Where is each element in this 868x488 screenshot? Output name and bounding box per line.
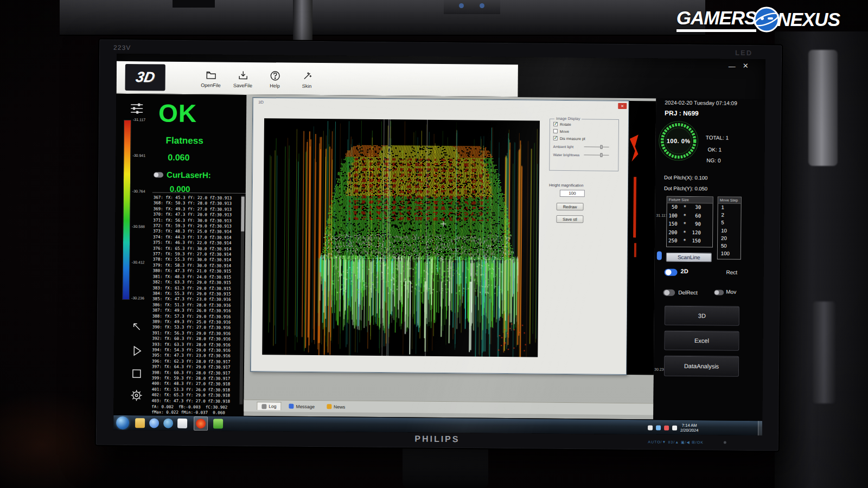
media-player-icon[interactable]	[149, 418, 159, 428]
minimize-button[interactable]: —	[729, 63, 736, 70]
move-step-option[interactable]: 10	[718, 227, 741, 235]
total-count: TOTAL: 1	[706, 134, 729, 140]
checkbox-icon[interactable]	[553, 136, 558, 140]
show-desktop-button[interactable]	[758, 421, 762, 435]
excel-button[interactable]: Excel	[664, 331, 739, 351]
slider-thumb[interactable]	[600, 153, 602, 157]
bottom-tab-bar: Log Message News	[244, 400, 653, 415]
checkbox-row[interactable]: Rotate	[553, 122, 618, 127]
settings-gear-button[interactable]	[130, 389, 143, 402]
delrect-toggle[interactable]	[663, 290, 675, 296]
tab-icon	[261, 404, 266, 409]
ng-count: NG: 0	[706, 157, 720, 163]
move-step-option[interactable]: 100	[718, 250, 741, 258]
tray-up-arrow-icon[interactable]	[648, 425, 653, 430]
height-magnification-input[interactable]: 100	[560, 190, 585, 197]
fixture-size-box: Fixture Size 50 * 30100 * 60150 * 90200 …	[666, 196, 713, 248]
gamersnexus-globe-icon	[752, 5, 781, 34]
taskbar-clock[interactable]: 7:14 AM 2/20/2024	[680, 423, 699, 433]
scan-canvas[interactable]	[262, 118, 540, 357]
power-led	[724, 441, 726, 444]
help-button[interactable]: Help	[259, 65, 290, 94]
settings-sliders-icon[interactable]	[130, 102, 143, 114]
green-app-icon[interactable]	[213, 419, 223, 428]
fixture-size-option[interactable]: 200 * 120	[667, 228, 712, 237]
stop-scan-button[interactable]	[130, 367, 143, 380]
browser-icon[interactable]	[163, 419, 173, 428]
2d-toggle[interactable]	[665, 269, 678, 276]
scale-top-value: 31.117	[656, 213, 667, 217]
stop-icon	[130, 367, 143, 380]
start-button[interactable]	[116, 416, 129, 429]
log-summary: fA: 0.002 fB:-0.003 fC:30.902 fMax: 0.02…	[151, 404, 227, 415]
folder-icon[interactable]	[135, 418, 145, 428]
screen: 3D OpenFile SaveFile Help Skin	[113, 54, 765, 435]
ambient-light-slider[interactable]	[584, 146, 609, 147]
app-logo: 3D	[125, 64, 165, 91]
checkbox-row[interactable]: Dis measure pt	[553, 136, 618, 141]
right-panel: 2024-02-20 Tuesday 07:14:09 PRJ : N699 1…	[653, 98, 765, 420]
tab[interactable]: Log	[257, 402, 281, 410]
redraw-button[interactable]: Redraw	[557, 203, 584, 210]
tray-network-icon[interactable]	[656, 425, 661, 430]
checkbox-row[interactable]: Move	[553, 129, 618, 134]
fixture-size-list: 50 * 30100 * 60150 * 90200 * 120250 * 15…	[667, 203, 713, 246]
left-panel: -31.117-30.941-30.764-30.588-30.412-30.2…	[113, 94, 246, 416]
red-bar	[634, 243, 636, 257]
save-file-button[interactable]: SaveFile	[227, 65, 258, 94]
flatness-label: Flatness	[166, 136, 203, 147]
curlaser-toggle[interactable]	[154, 172, 163, 177]
skin-icon	[301, 70, 312, 82]
slider-thumb[interactable]	[601, 145, 603, 149]
fixture-size-option[interactable]: 150 * 90	[667, 220, 712, 229]
mov-toggle[interactable]	[714, 290, 724, 295]
start-scan-button[interactable]	[130, 344, 143, 357]
scale-slider-thumb[interactable]	[657, 252, 662, 260]
tab[interactable]: Message	[285, 402, 320, 410]
view-3d-button[interactable]: 3D	[665, 306, 739, 326]
tray-alert-icon[interactable]	[664, 425, 669, 430]
move-step-option[interactable]: 2	[718, 211, 741, 220]
ok-count: OK: 1	[708, 146, 722, 152]
fixture-size-option[interactable]: 50 * 30	[667, 203, 713, 212]
clock-time: 7:14 AM	[680, 423, 698, 428]
background-metal-rail	[60, 0, 705, 36]
fixture-size-option[interactable]: 100 * 60	[667, 211, 712, 220]
monitor-led-label: LED	[735, 49, 752, 57]
move-step-option[interactable]: 1	[718, 203, 741, 211]
document-icon[interactable]	[177, 419, 187, 428]
scrollbar-thumb[interactable]	[241, 197, 245, 232]
move-step-list: 125102050100	[718, 203, 741, 258]
tab-label: News	[334, 404, 345, 409]
data-analysis-button[interactable]: DataAnalysis	[664, 356, 739, 377]
cursor-icon	[131, 320, 144, 333]
image-display-group: Image Display Rotate	[549, 119, 619, 171]
fixture-size-option[interactable]: 250 * 150	[667, 237, 712, 246]
close-window-button[interactable]: ✕	[743, 62, 749, 69]
clock-date: 2/20/2024	[680, 428, 698, 433]
cursor-tool-button[interactable]	[131, 320, 144, 333]
checkbox-icon[interactable]	[553, 129, 558, 133]
monitor-osd-labels[interactable]: AUTO/▼ 83/▲ ▣/◀ ⊞/OK	[648, 440, 704, 445]
flatness-value: 0.060	[168, 153, 189, 163]
background-hinge	[808, 50, 838, 166]
open-file-button[interactable]: OpenFile	[195, 64, 226, 93]
dot-pitch-y: Dot Pitch(Y): 0.050	[664, 185, 707, 192]
move-step-option[interactable]: 20	[718, 234, 741, 242]
workspace: 3D ✕ Image Display Rotate	[244, 95, 656, 420]
skin-button[interactable]: Skin	[291, 65, 322, 94]
save-stl-button[interactable]: Save stl	[556, 215, 583, 223]
viewer-close-button[interactable]: ✕	[618, 103, 627, 109]
tab[interactable]: News	[322, 403, 349, 410]
background-bracket	[444, 0, 500, 14]
checkbox-icon[interactable]	[553, 122, 558, 126]
move-step-option[interactable]: 5	[718, 219, 741, 227]
ambient-light-row: Ambient light	[553, 145, 618, 149]
move-step-option[interactable]: 50	[718, 242, 741, 251]
scanner-gear-icon[interactable]	[196, 419, 206, 428]
project-id: PRJ : N699	[665, 110, 699, 118]
scanline-button[interactable]: ScanLine	[666, 253, 712, 262]
help-icon	[269, 70, 280, 81]
gamersnexus-text-nexus: NEXUS	[777, 9, 840, 30]
water-brightness-slider[interactable]	[584, 155, 609, 155]
